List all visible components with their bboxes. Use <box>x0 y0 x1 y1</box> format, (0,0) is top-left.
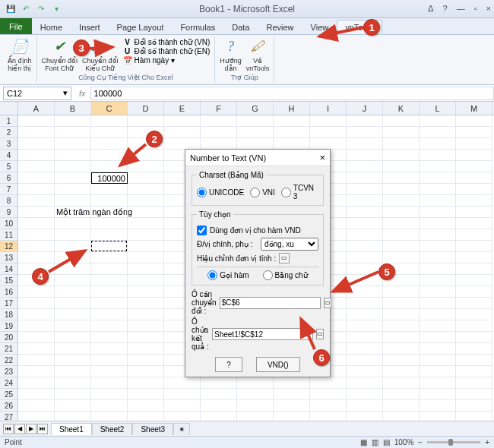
zoom-in-button[interactable]: + <box>485 438 489 446</box>
cell[interactable] <box>55 298 91 309</box>
cell[interactable] <box>237 400 274 412</box>
cell[interactable] <box>128 332 164 343</box>
cell[interactable] <box>456 366 492 377</box>
col-header[interactable]: L <box>420 102 456 115</box>
cell[interactable] <box>347 172 383 184</box>
row-header[interactable]: 24 <box>0 377 18 389</box>
cell[interactable] <box>456 400 492 412</box>
cell[interactable] <box>128 115 164 127</box>
radio-input[interactable] <box>250 188 260 197</box>
tab-view[interactable]: View <box>302 20 337 34</box>
cell[interactable] <box>55 161 91 172</box>
sheet-nav-prev-icon[interactable]: ◀ <box>14 424 25 434</box>
cell[interactable] <box>347 400 383 412</box>
row-header[interactable]: 14 <box>0 263 18 275</box>
cell[interactable] <box>383 184 420 195</box>
cell[interactable] <box>18 127 55 138</box>
row-header[interactable]: 7 <box>0 184 18 195</box>
cell[interactable] <box>128 343 164 355</box>
cell[interactable] <box>201 377 237 389</box>
cell[interactable]: Một trăm ngàn đồng <box>55 207 91 218</box>
row-header[interactable]: 19 <box>0 320 18 332</box>
row-header[interactable]: 17 <box>0 298 18 309</box>
row-header[interactable]: 16 <box>0 286 18 298</box>
cell[interactable] <box>456 207 492 218</box>
cell[interactable] <box>310 400 347 412</box>
cell[interactable] <box>456 218 492 229</box>
cell[interactable] <box>383 400 420 412</box>
cell[interactable] <box>420 195 456 207</box>
cell[interactable] <box>18 366 55 377</box>
cell[interactable] <box>201 115 237 127</box>
close-icon[interactable]: × <box>486 4 491 14</box>
cell[interactable] <box>91 252 128 263</box>
cell[interactable] <box>128 150 164 161</box>
row-header[interactable]: 21 <box>0 343 18 355</box>
cell[interactable] <box>420 343 456 355</box>
row-header[interactable]: 15 <box>0 275 18 286</box>
cell[interactable] <box>274 127 310 138</box>
cell[interactable] <box>347 366 383 377</box>
cell[interactable] <box>18 286 55 298</box>
cell[interactable] <box>18 115 55 127</box>
cell[interactable] <box>347 309 383 320</box>
cell[interactable] <box>18 343 55 355</box>
cell[interactable] <box>18 355 55 366</box>
col-header[interactable]: F <box>201 102 237 115</box>
cell[interactable] <box>383 195 420 207</box>
fx-button[interactable]: fx <box>74 89 90 98</box>
row-header[interactable]: 22 <box>0 355 18 366</box>
cell[interactable] <box>456 332 492 343</box>
col-header[interactable]: H <box>274 102 310 115</box>
cell[interactable] <box>128 355 164 366</box>
cell[interactable] <box>18 229 55 241</box>
ribbon-minimize-icon[interactable]: ᐃ <box>428 4 434 14</box>
dialog-titlebar[interactable]: Number to Text (VN) × <box>185 150 330 166</box>
cell[interactable] <box>55 275 91 286</box>
cell[interactable] <box>91 275 128 286</box>
cell[interactable] <box>91 195 128 207</box>
cell[interactable] <box>55 195 91 207</box>
cell[interactable] <box>55 400 91 412</box>
cell[interactable] <box>456 150 492 161</box>
cell[interactable] <box>383 150 420 161</box>
view-break-icon[interactable]: ▤ <box>383 438 390 446</box>
cell[interactable] <box>55 309 91 320</box>
radio-by-text[interactable]: Bằng chữ <box>263 270 308 280</box>
cell[interactable] <box>456 275 492 286</box>
cell[interactable] <box>383 252 420 263</box>
cell[interactable] <box>347 218 383 229</box>
cell[interactable] <box>164 138 201 150</box>
cell[interactable] <box>456 377 492 389</box>
cell[interactable] <box>201 389 237 400</box>
row-header[interactable]: 5 <box>0 161 18 172</box>
cell[interactable] <box>347 115 383 127</box>
cell[interactable] <box>420 229 456 241</box>
sheet-tab-2[interactable]: Sheet2 <box>92 423 133 435</box>
about-button[interactable]: 🖊 Về vnTools <box>246 38 270 74</box>
cell[interactable] <box>91 218 128 229</box>
tab-formulas[interactable]: Formulas <box>172 20 223 34</box>
cell[interactable] <box>18 195 55 207</box>
row-header[interactable]: 8 <box>0 195 18 207</box>
cell[interactable] <box>18 241 55 252</box>
cell[interactable] <box>55 115 91 127</box>
cell[interactable] <box>420 400 456 412</box>
cell[interactable] <box>91 138 128 150</box>
radio-input[interactable] <box>197 188 207 197</box>
cell[interactable] <box>420 389 456 400</box>
view-layout-icon[interactable]: ▥ <box>372 438 378 446</box>
cell[interactable] <box>91 115 128 127</box>
cell[interactable] <box>128 275 164 286</box>
tab-data[interactable]: Data <box>223 20 258 34</box>
row-header[interactable]: 26 <box>0 400 18 412</box>
dialog-close-icon[interactable]: × <box>319 152 325 163</box>
undo-icon[interactable]: ↶ <box>20 3 32 15</box>
cell[interactable] <box>164 377 201 389</box>
dest-cell-input[interactable] <box>212 328 313 340</box>
cell[interactable] <box>456 172 492 184</box>
cell[interactable] <box>18 298 55 309</box>
cell[interactable] <box>55 218 91 229</box>
chevron-down-icon[interactable]: ▾ <box>63 88 68 98</box>
dest-ref-button[interactable]: ▭ <box>316 329 324 339</box>
